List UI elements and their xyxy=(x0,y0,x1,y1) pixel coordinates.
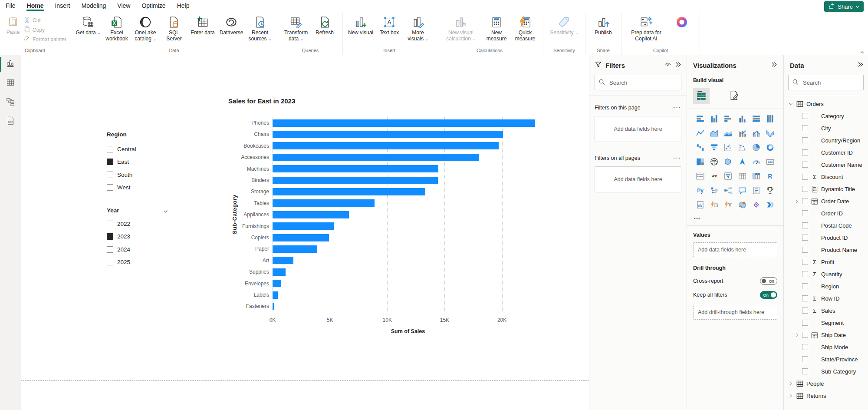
enter-data-button[interactable]: Enter data xyxy=(188,14,217,36)
chevron-right-icon[interactable] xyxy=(788,392,793,400)
metrics-icon[interactable] xyxy=(763,186,777,195)
field-checkbox[interactable] xyxy=(802,356,808,362)
bar-phones[interactable] xyxy=(273,119,535,127)
checkbox[interactable] xyxy=(107,246,113,253)
field-row-category[interactable]: Category xyxy=(788,110,864,122)
menu-tab-view[interactable]: View xyxy=(112,0,136,11)
purple-diamond-visual-icon[interactable] xyxy=(749,200,763,209)
sidebar-dax-query-view-button[interactable]: DAX xyxy=(0,112,21,131)
slicer-option-west[interactable]: West xyxy=(107,184,131,192)
field-checkbox[interactable] xyxy=(802,295,808,301)
recent-sources-button[interactable]: Recent sources ⌄ xyxy=(246,14,274,42)
card-icon[interactable]: 123 xyxy=(763,157,777,166)
dot-plot-chart-icon[interactable] xyxy=(735,143,749,152)
field-checkbox[interactable] xyxy=(802,368,808,374)
data-search-input[interactable] xyxy=(802,79,860,86)
field-row-sub-category[interactable]: Sub-Category xyxy=(788,365,864,377)
arcgis-map-icon[interactable] xyxy=(735,200,749,209)
field-row-ship-date[interactable]: Ship Date xyxy=(788,329,864,341)
data-search-box[interactable] xyxy=(788,75,864,90)
dataverse-button[interactable]: Dataverse xyxy=(217,14,246,36)
table-row-people[interactable]: People xyxy=(788,377,864,390)
field-checkbox[interactable] xyxy=(802,259,808,265)
table-icon[interactable] xyxy=(735,172,749,180)
menu-tab-modeling[interactable]: Modeling xyxy=(76,0,112,11)
bar-binders[interactable] xyxy=(273,177,438,184)
field-checkbox[interactable] xyxy=(802,308,808,314)
copilot-logo-button[interactable] xyxy=(667,14,696,30)
checkbox[interactable] xyxy=(107,172,113,178)
menu-tab-file[interactable]: File xyxy=(0,0,21,11)
slicer-option-east[interactable]: East xyxy=(107,158,129,166)
field-row-order-date[interactable]: Order Date xyxy=(788,195,864,207)
smart-narrative-icon[interactable] xyxy=(749,186,763,195)
new-measure-button[interactable]: New measure xyxy=(482,14,511,42)
text-box-button[interactable]: AText box xyxy=(375,14,404,36)
filters-search-input[interactable] xyxy=(608,79,677,86)
values-field-well[interactable]: Add data fields here xyxy=(693,242,777,257)
r-script-visual-icon[interactable]: R xyxy=(763,172,777,180)
menu-tab-home[interactable]: Home xyxy=(21,0,49,11)
line-stacked-column-chart-icon[interactable] xyxy=(735,129,749,137)
collapse-pane-icon[interactable] xyxy=(771,61,777,69)
kpi-icon[interactable] xyxy=(707,172,721,180)
field-row-state-province[interactable]: State/Province xyxy=(788,353,864,365)
chevron-right-icon[interactable] xyxy=(794,331,799,339)
sidebar-report-view-button[interactable] xyxy=(0,55,21,74)
field-checkbox[interactable] xyxy=(802,222,808,228)
multi-row-card-icon[interactable] xyxy=(693,172,707,180)
bar-envelopes[interactable] xyxy=(273,280,281,287)
scatter-chart-icon[interactable] xyxy=(721,143,735,152)
field-row-country-region[interactable]: Country/Region xyxy=(788,134,864,146)
filter-drop-area[interactable]: Add data fields here xyxy=(595,166,681,192)
field-checkbox[interactable] xyxy=(802,210,808,216)
checkbox[interactable] xyxy=(107,146,113,152)
field-row-discount[interactable]: ΣDiscount xyxy=(788,171,864,183)
map-icon[interactable] xyxy=(707,157,721,166)
field-row-city[interactable]: City xyxy=(788,122,864,134)
line-clustered-column-chart-icon[interactable] xyxy=(749,129,763,137)
checkbox[interactable] xyxy=(107,221,113,227)
field-row-customer-name[interactable]: Customer Name xyxy=(788,159,864,171)
sidebar-model-view-button[interactable] xyxy=(0,93,21,112)
publish-button[interactable]: Publish xyxy=(589,14,618,36)
azure-map-icon[interactable] xyxy=(735,157,749,166)
slicer-option-south[interactable]: South xyxy=(107,171,132,179)
build-visual-tab[interactable] xyxy=(693,88,710,104)
cross-report-toggle[interactable]: Off xyxy=(760,277,777,285)
report-canvas[interactable]: Sales for East in 2023 Sub-Category Sum … xyxy=(21,55,589,410)
quick-measure-button[interactable]: Quick measure xyxy=(511,14,539,42)
menu-tab-optimize[interactable]: Optimize xyxy=(136,0,171,11)
format-visual-tab[interactable] xyxy=(725,88,742,104)
hundred-stacked-bar-chart-icon[interactable] xyxy=(749,114,763,123)
field-checkbox[interactable] xyxy=(802,186,808,192)
field-checkbox[interactable] xyxy=(802,137,808,143)
gauge-icon[interactable] xyxy=(749,157,763,166)
matrix-icon[interactable] xyxy=(749,172,763,180)
chevron-right-icon[interactable] xyxy=(794,197,799,205)
table-row-orders[interactable]: Orders xyxy=(788,98,864,110)
field-checkbox[interactable] xyxy=(802,235,808,241)
field-row-segment[interactable]: Segment xyxy=(788,317,864,329)
keep-all-filters-toggle[interactable]: On xyxy=(760,291,777,299)
checkbox-checked[interactable] xyxy=(107,233,113,240)
bar-storage[interactable] xyxy=(273,188,425,195)
hundred-stacked-column-chart-icon[interactable] xyxy=(763,114,777,123)
paginated-report-icon[interactable] xyxy=(693,200,707,209)
prep-data-for-copilot-ai-button[interactable]: Prep data for Copilot AI xyxy=(625,14,667,42)
menu-tab-insert[interactable]: Insert xyxy=(49,0,76,11)
donut-chart-icon[interactable] xyxy=(763,143,777,152)
field-checkbox[interactable] xyxy=(802,320,808,326)
refresh-button[interactable]: Refresh xyxy=(310,14,339,36)
bar-supplies[interactable] xyxy=(273,268,286,276)
more-visuals-button[interactable]: More visuals ⌄ xyxy=(404,14,432,42)
power-automate-visual-icon[interactable] xyxy=(721,200,735,209)
decomposition-tree-icon[interactable] xyxy=(721,186,735,195)
field-row-ship-mode[interactable]: Ship Mode xyxy=(788,341,864,353)
share-button[interactable]: Share xyxy=(824,1,864,12)
collapse-pane-icon[interactable] xyxy=(675,61,681,69)
sql-server-button[interactable]: SQL Server xyxy=(160,14,188,42)
more-options-icon[interactable]: ··· xyxy=(674,155,682,161)
bar-bookcases[interactable] xyxy=(273,142,499,149)
filled-map-icon[interactable] xyxy=(721,157,735,166)
